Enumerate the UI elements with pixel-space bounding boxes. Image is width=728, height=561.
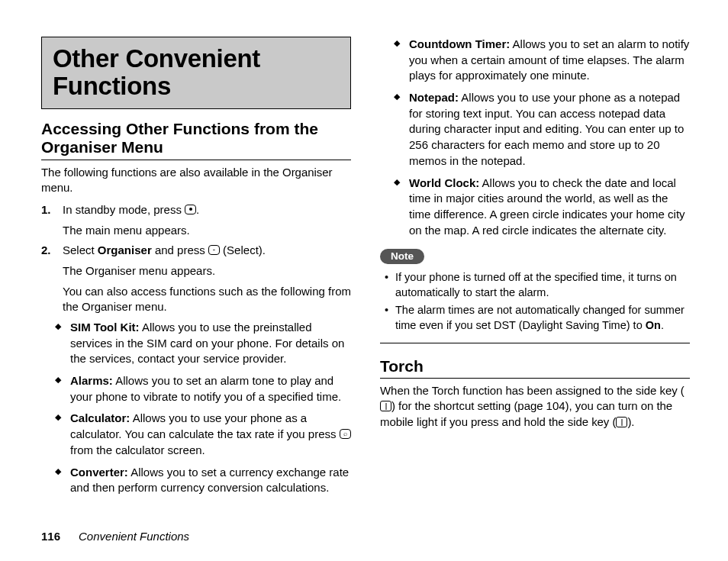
- feature-notepad: Notepad: Allows you to use your phone as…: [394, 90, 690, 169]
- page-footer: 116Convenient Functions: [41, 530, 189, 543]
- feature-text-after: from the calculator screen.: [70, 443, 205, 456]
- also-text: You can also access functions such as th…: [63, 284, 351, 315]
- page-number: 116: [41, 530, 60, 543]
- step2-before: Select: [63, 243, 98, 256]
- feature-label: Alarms:: [70, 374, 113, 387]
- center-key-icon: [185, 205, 196, 214]
- torch-after: ).: [627, 415, 634, 428]
- chapter-title: Other Convenient Functions: [53, 45, 340, 99]
- step-text: In standby mode, press .: [63, 202, 351, 218]
- note-list: If your phone is turned off at the speci…: [383, 270, 687, 333]
- footer-title: Convenient Functions: [79, 530, 189, 543]
- left-column: Other Convenient Functions Accessing Oth…: [41, 37, 351, 514]
- feature-list-left: SIM Tool Kit: Allows you to use the prei…: [55, 320, 351, 496]
- feature-label: Calculator:: [70, 411, 130, 424]
- feature-label: SIM Tool Kit:: [70, 321, 140, 334]
- feature-label: World Clock:: [409, 176, 479, 189]
- feature-list-right: Countdown Timer: Allows you to set an al…: [394, 37, 690, 238]
- note-item: The alarm times are not automatically ch…: [385, 303, 687, 333]
- note-item: If your phone is turned off at the speci…: [385, 270, 687, 300]
- note-text-before: The alarm times are not automatically ch…: [395, 304, 685, 331]
- section-accessing-title: Accessing Other Functions from the Organ…: [41, 120, 351, 160]
- section-torch-title: Torch: [380, 357, 690, 379]
- step2-afterkey: (Select).: [220, 243, 266, 256]
- step2-mid: and press: [152, 243, 208, 256]
- note-text-after: .: [661, 319, 664, 331]
- chapter-title-line2: Functions: [53, 72, 171, 100]
- feature-sim-tool-kit: SIM Tool Kit: Allows you to use the prei…: [55, 320, 351, 367]
- side-key-icon: [380, 401, 391, 411]
- step-2: 2. Select Organiser and press (Select). …: [41, 243, 351, 315]
- note-label: Note: [380, 249, 424, 264]
- side-key-icon: [616, 417, 627, 427]
- steps-list: 1. In standby mode, press . The main men…: [41, 202, 351, 315]
- torch-paragraph: When the Torch function has been assigne…: [380, 383, 690, 430]
- feature-calculator: Calculator: Allows you to use your phone…: [55, 411, 351, 458]
- note-bold: On: [646, 319, 661, 331]
- feature-converter: Converter: Allows you to set a currency …: [55, 465, 351, 496]
- feature-label: Converter:: [70, 466, 128, 479]
- feature-world-clock: World Clock: Allows you to check the dat…: [394, 176, 690, 239]
- step1-afterkey: .: [196, 203, 199, 216]
- softkey-icon: [208, 245, 220, 255]
- feature-label: Notepad:: [409, 91, 459, 104]
- feature-alarms: Alarms: Allows you to set an alarm tone …: [55, 373, 351, 405]
- step-number: 1.: [41, 202, 63, 218]
- chapter-title-line1: Other Convenient: [53, 44, 260, 73]
- right-column: Countdown Timer: Allows you to set an al…: [380, 37, 690, 514]
- note-box: If your phone is turned off at the speci…: [380, 266, 690, 343]
- calc-key-icon: [340, 429, 351, 439]
- section1-intro: The following functions are also availab…: [41, 165, 351, 196]
- step-1: 1. In standby mode, press . The main men…: [41, 202, 351, 238]
- step-number: 2.: [41, 243, 63, 259]
- step1-before: In standby mode, press: [63, 203, 185, 216]
- step2-bold: Organiser: [98, 243, 152, 256]
- step-text: Select Organiser and press (Select).: [63, 243, 351, 259]
- chapter-title-box: Other Convenient Functions: [41, 37, 351, 109]
- feature-label: Countdown Timer:: [409, 37, 510, 50]
- torch-before: When the Torch function has been assigne…: [380, 384, 685, 397]
- feature-countdown-timer: Countdown Timer: Allows you to set an al…: [394, 37, 690, 84]
- step-result: The main menu appears.: [63, 223, 351, 239]
- note-text: If your phone is turned off at the speci…: [395, 271, 677, 298]
- step-result: The Organiser menu appears.: [63, 263, 351, 279]
